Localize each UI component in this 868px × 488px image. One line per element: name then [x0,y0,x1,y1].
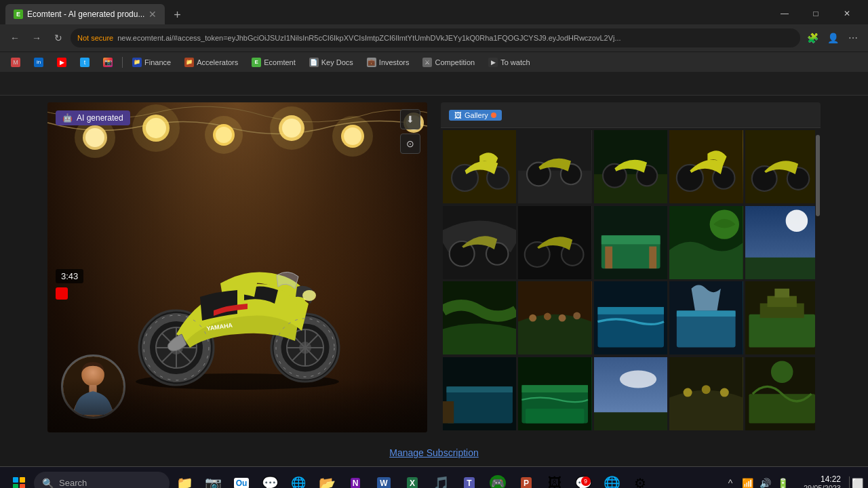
browser-tab-active[interactable]: E Ecomtent - AI generated produ... ✕ [5,4,165,24]
bookmark-mail-icon: M [11,58,20,67]
gallery-label: Gallery [465,111,488,119]
gallery-item[interactable] [443,206,516,279]
gallery-item[interactable] [594,281,667,354]
svg-point-108 [771,361,793,383]
taskbar-settings[interactable]: ⚙ [627,470,654,489]
gallery-item[interactable] [443,281,516,354]
taskbar-excel[interactable]: X [399,470,426,489]
gallery-item[interactable] [518,130,591,203]
taskbar-media[interactable]: 🎵 [427,470,454,489]
gallery-item[interactable] [443,130,516,203]
gallery-scrollbar[interactable] [815,128,821,432]
taskbar: 🔍 Search 📁 📷 Ou 💬 🌐 📂 N W X 🎵 T 🎮 P 🖼 [0,466,868,488]
manage-subscription-link[interactable]: Manage Subscription [389,447,479,458]
bookmark-linkedin[interactable]: in [28,55,49,70]
close-button[interactable]: ✕ [831,3,863,24]
taskbar-edge[interactable]: 🌐 [285,470,312,489]
taskbar-file-explorer[interactable]: 📁 [171,470,198,489]
gallery-notification-dot [491,113,496,118]
gallery-item[interactable] [518,206,591,279]
svg-point-72 [785,209,808,232]
gallery-header: 🖼 Gallery [441,102,821,128]
gallery-grid [441,128,821,432]
show-desktop-button[interactable]: ⬜ [849,476,863,489]
tray-battery[interactable]: 🔋 [776,476,790,489]
ai-badge-label: AI generated [77,113,123,123]
gallery-item[interactable] [745,357,818,430]
camera-icon: 📷 [205,475,222,489]
gallery-item[interactable] [745,281,818,354]
taskbar-search[interactable]: 🔍 Search [34,472,170,489]
gallery-item[interactable] [594,130,667,203]
right-panel: 🖼 Gallery [441,102,821,432]
bookmark-accelerators[interactable]: 📁 Accelerators [179,55,243,70]
bookmark-eco-label: Ecomtent [264,58,295,66]
gallery-item[interactable] [669,357,743,430]
tab-close-button[interactable]: ✕ [149,9,157,20]
bookmark-ecomtent[interactable]: E Ecomtent [246,55,300,70]
taskbar-chrome[interactable]: 🌐 [598,470,625,489]
taskbar-word[interactable]: W [370,470,397,489]
tray-overflow[interactable]: ^ [724,476,737,489]
bookmark-competition[interactable]: ⚔ Competition [417,55,480,70]
gallery-item[interactable] [594,206,667,279]
gallery-item[interactable] [518,281,591,354]
gallery-item[interactable] [518,357,591,430]
left-panel: 🤖 AI generated ⬇ ⊙ [47,102,427,432]
taskbar-xbox[interactable]: 🎮 [484,470,511,489]
taskbar-onenote[interactable]: N [342,470,369,489]
taskbar-teams[interactable]: 💬 [256,470,283,489]
nav-bar: ← → ↻ Not secure new.ecomtent.ai/#access… [0,24,868,52]
bookmark-keydocs[interactable]: 📄 Key Docs [304,55,359,70]
bookmark-instagram[interactable]: 📸 [98,55,118,70]
gallery-item[interactable] [669,206,743,279]
extensions-button[interactable]: 🧩 [803,28,822,47]
gallery-item[interactable] [594,357,667,430]
tray-volume[interactable]: 🔊 [759,476,772,489]
bookmark-finance[interactable]: 📁 Finance [127,55,176,70]
gallery-item[interactable] [745,206,818,279]
new-tab-button[interactable]: + [167,5,186,24]
back-button[interactable]: ← [5,28,24,47]
svg-point-14 [205,116,243,154]
fullscreen-button[interactable]: ⊙ [400,134,420,154]
gallery-item[interactable] [443,357,516,430]
taskbar-files[interactable]: 📂 [313,470,340,489]
svg-point-77 [544,313,551,321]
bookmark-watch-icon: ▶ [488,58,498,67]
gallery-item[interactable] [669,281,743,354]
bookmark-li-icon: in [34,58,43,67]
maximize-button[interactable]: □ [800,3,831,24]
more-button[interactable]: ⋯ [844,28,863,47]
minimize-button[interactable]: — [769,3,800,24]
taskbar-whatsapp[interactable]: 💬9 [570,470,597,489]
bookmark-finance-icon: 📁 [132,58,142,67]
bookmark-twitter[interactable]: t [75,55,95,70]
download-button[interactable]: ⬇ [400,109,420,129]
profile-button[interactable]: 👤 [823,28,842,47]
powerpoint-icon: P [521,477,532,489]
forward-button[interactable]: → [27,28,46,47]
taskbar-powerpoint[interactable]: P [513,470,540,489]
gallery-scroll-thumb[interactable] [816,135,820,216]
tab-favicon: E [14,9,23,19]
taskbar-teams2[interactable]: T [456,470,483,489]
window-controls: — □ ✕ [769,3,863,24]
gallery-item[interactable] [745,130,818,203]
taskbar-photos[interactable]: 🖼 [541,470,568,489]
bookmark-towatch[interactable]: ▶ To watch [483,55,535,70]
taskbar-camera[interactable]: 📷 [199,470,226,489]
bookmark-mail[interactable]: M [5,55,26,70]
bookmark-investors[interactable]: 💼 Investors [361,55,415,70]
bookmark-watch-label: To watch [500,58,530,66]
start-button[interactable] [5,470,33,489]
refresh-button[interactable]: ↻ [49,28,68,47]
address-url: new.ecomtent.ai/#access_token=eyJhbGciOi… [117,34,793,42]
gallery-item[interactable] [669,130,743,203]
taskbar-outlook[interactable]: Ou [228,470,255,489]
address-bar[interactable]: Not secure new.ecomtent.ai/#access_token… [71,28,800,47]
datetime-display[interactable]: 14:22 29/05/2023 [798,474,846,489]
bookmark-youtube[interactable]: ▶ [52,55,72,70]
date-text: 29/05/2023 [804,484,841,489]
tray-network[interactable]: 📶 [741,476,755,489]
